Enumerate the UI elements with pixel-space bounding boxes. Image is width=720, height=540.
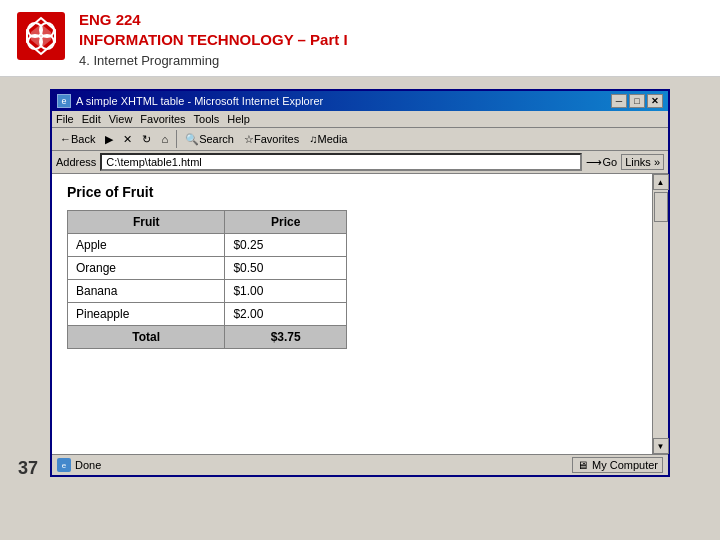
course-subtitle: 4. Internet Programming (79, 53, 348, 68)
page-title: Price of Fruit (67, 184, 648, 200)
status-right: 🖥 My Computer (572, 457, 663, 473)
course-code: ENG 224 (79, 10, 348, 30)
links-button[interactable]: Links » (621, 154, 664, 170)
price-cell: $2.00 (225, 303, 347, 326)
ie-content: Price of Fruit Fruit Price Apple $0.25 (52, 174, 668, 454)
search-button[interactable]: 🔍Search (181, 131, 238, 148)
address-input[interactable] (100, 153, 582, 171)
fruit-cell: Banana (68, 280, 225, 303)
scroll-thumb[interactable] (654, 192, 668, 222)
fruit-cell: Orange (68, 257, 225, 280)
address-label: Address (56, 156, 96, 168)
scroll-up-arrow[interactable]: ▲ (653, 174, 669, 190)
computer-status: My Computer (592, 459, 658, 471)
ie-toolbar: ←Back ▶ ✕ ↻ ⌂ 🔍Search ☆Favorites ♫Media (52, 128, 668, 151)
logo-icon (15, 10, 67, 62)
home-button[interactable]: ⌂ (157, 131, 172, 147)
media-button[interactable]: ♫Media (305, 131, 351, 147)
col-header-fruit: Fruit (68, 211, 225, 234)
back-button[interactable]: ←Back (56, 131, 99, 147)
menu-file[interactable]: File (56, 113, 74, 125)
scroll-down-arrow[interactable]: ▼ (653, 438, 669, 454)
menu-tools[interactable]: Tools (194, 113, 220, 125)
total-row: Total $3.75 (68, 326, 347, 349)
slide-number: 37 (18, 458, 38, 479)
table-row: Banana $1.00 (68, 280, 347, 303)
slide-header: ENG 224 INFORMATION TECHNOLOGY – Part I … (0, 0, 720, 77)
ie-window: e A simple XHTML table - Microsoft Inter… (50, 89, 670, 477)
forward-button[interactable]: ▶ (101, 131, 117, 148)
main-content: e A simple XHTML table - Microsoft Inter… (0, 77, 720, 489)
ie-title-bar: e A simple XHTML table - Microsoft Inter… (52, 91, 668, 111)
fruit-table: Fruit Price Apple $0.25 Orange $0.50 (67, 210, 347, 349)
ie-address-bar: Address ⟶Go Links » (52, 151, 668, 174)
table-row: Apple $0.25 (68, 234, 347, 257)
status-icon: e (57, 458, 71, 472)
ie-app-icon: e (57, 94, 71, 108)
price-cell: $0.25 (225, 234, 347, 257)
scrollbar[interactable]: ▲ ▼ (652, 174, 668, 454)
toolbar-separator (176, 130, 177, 148)
refresh-button[interactable]: ↻ (138, 131, 155, 148)
course-title: INFORMATION TECHNOLOGY – Part I (79, 30, 348, 50)
ie-content-wrapper: Price of Fruit Fruit Price Apple $0.25 (52, 174, 668, 454)
fruit-cell: Pineapple (68, 303, 225, 326)
status-left: e Done (57, 458, 101, 472)
total-label: Total (68, 326, 225, 349)
ie-statusbar: e Done 🖥 My Computer (52, 454, 668, 475)
menu-view[interactable]: View (109, 113, 133, 125)
maximize-button[interactable]: □ (629, 94, 645, 108)
fruit-cell: Apple (68, 234, 225, 257)
ie-window-controls[interactable]: ─ □ ✕ (611, 94, 663, 108)
status-text: Done (75, 459, 101, 471)
price-cell: $1.00 (225, 280, 347, 303)
ie-title-left: e A simple XHTML table - Microsoft Inter… (57, 94, 323, 108)
computer-icon: 🖥 (577, 459, 588, 471)
menu-favorites[interactable]: Favorites (140, 113, 185, 125)
ie-window-title: A simple XHTML table - Microsoft Interne… (76, 95, 323, 107)
close-button[interactable]: ✕ (647, 94, 663, 108)
price-cell: $0.50 (225, 257, 347, 280)
ie-menubar: File Edit View Favorites Tools Help (52, 111, 668, 128)
table-row: Pineapple $2.00 (68, 303, 347, 326)
stop-button[interactable]: ✕ (119, 131, 136, 148)
header-text-block: ENG 224 INFORMATION TECHNOLOGY – Part I … (79, 10, 348, 68)
col-header-price: Price (225, 211, 347, 234)
minimize-button[interactable]: ─ (611, 94, 627, 108)
favorites-button[interactable]: ☆Favorites (240, 131, 303, 148)
menu-edit[interactable]: Edit (82, 113, 101, 125)
total-value: $3.75 (225, 326, 347, 349)
go-button[interactable]: ⟶Go (586, 156, 617, 169)
table-row: Orange $0.50 (68, 257, 347, 280)
menu-help[interactable]: Help (227, 113, 250, 125)
